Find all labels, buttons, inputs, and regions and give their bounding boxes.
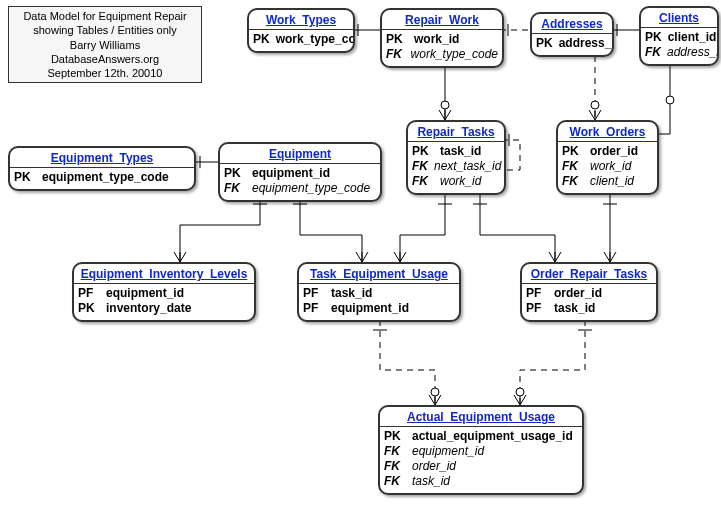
- caption-line: September 12th. 20010: [15, 66, 195, 80]
- caption-line: showing Tables / Entities only: [15, 23, 195, 37]
- col-name: work_type_code: [411, 47, 498, 62]
- col-key: PF: [303, 286, 325, 301]
- col-name: equipment_id: [252, 166, 330, 181]
- col-key: PF: [303, 301, 325, 316]
- col-name: task_id: [554, 301, 595, 316]
- entity-columns: PKclient_id FKaddress_id: [641, 28, 717, 64]
- col-name: next_task_id: [434, 159, 501, 174]
- entity-title: Repair_Work: [382, 10, 502, 30]
- col-key: PK: [386, 32, 408, 47]
- col-name: order_id: [590, 144, 638, 159]
- entity-columns: PKaddress_id: [532, 34, 612, 55]
- entity-columns: PForder_id PFtask_id: [522, 284, 656, 320]
- col-name: equipment_id: [106, 286, 184, 301]
- col-key: PK: [645, 30, 662, 45]
- col-name: equipment_id: [331, 301, 409, 316]
- col-key: PF: [526, 286, 548, 301]
- col-key: FK: [562, 174, 584, 189]
- col-key: FK: [384, 459, 406, 474]
- diagram-caption: Data Model for Equipment Repair showing …: [8, 6, 202, 83]
- col-name: order_id: [412, 459, 456, 474]
- entity-title: Work_Orders: [558, 122, 657, 142]
- col-name: work_id: [414, 32, 459, 47]
- caption-line: Data Model for Equipment Repair: [15, 9, 195, 23]
- col-name: equipment_type_code: [252, 181, 370, 196]
- entity-title: Work_Types: [249, 10, 353, 30]
- entity-task-equipment-usage: Task_Equipment_Usage PFtask_id PFequipme…: [297, 262, 461, 322]
- entity-columns: PFequipment_id PKinventory_date: [74, 284, 254, 320]
- col-name: address_id: [667, 45, 719, 60]
- col-key: FK: [562, 159, 584, 174]
- entity-title: Equipment_Types: [10, 148, 194, 168]
- entity-columns: PKtask_id FKnext_task_id FKwork_id: [408, 142, 504, 193]
- col-key: FK: [224, 181, 246, 196]
- col-name: task_id: [331, 286, 372, 301]
- col-key: PK: [562, 144, 584, 159]
- col-key: FK: [384, 444, 406, 459]
- col-name: equipment_id: [412, 444, 484, 459]
- col-key: PK: [14, 170, 36, 185]
- entity-title: Order_Repair_Tasks: [522, 264, 656, 284]
- entity-title: Equipment_Inventory_Levels: [74, 264, 254, 284]
- caption-line: Barry Williams: [15, 38, 195, 52]
- col-key: PK: [253, 32, 270, 47]
- col-key: PK: [224, 166, 246, 181]
- entity-title: Clients: [641, 8, 717, 28]
- col-key: PF: [526, 301, 548, 316]
- entity-title: Actual_Equipment_Usage: [380, 407, 582, 427]
- entity-columns: PFtask_id PFequipment_id: [299, 284, 459, 320]
- col-name: actual_equipment_usage_id: [412, 429, 573, 444]
- entity-title: Task_Equipment_Usage: [299, 264, 459, 284]
- entity-repair-work: Repair_Work PKwork_id FKwork_type_code: [380, 8, 504, 68]
- entity-addresses: Addresses PKaddress_id: [530, 12, 614, 57]
- col-key: PF: [78, 286, 100, 301]
- entity-actual-equipment-usage: Actual_Equipment_Usage PKactual_equipmen…: [378, 405, 584, 495]
- col-name: task_id: [440, 144, 481, 159]
- entity-equipment-types: Equipment_Types PKequipment_type_code: [8, 146, 196, 191]
- col-key: FK: [412, 174, 434, 189]
- entity-repair-tasks: Repair_Tasks PKtask_id FKnext_task_id FK…: [406, 120, 506, 195]
- entity-order-repair-tasks: Order_Repair_Tasks PForder_id PFtask_id: [520, 262, 658, 322]
- entity-columns: PKequipment_id FKequipment_type_code: [220, 164, 380, 200]
- col-key: FK: [384, 474, 406, 489]
- col-name: task_id: [412, 474, 450, 489]
- col-name: work_id: [590, 159, 631, 174]
- entity-title: Addresses: [532, 14, 612, 34]
- col-name: client_id: [668, 30, 717, 45]
- col-name: equipment_type_code: [42, 170, 169, 185]
- entity-columns: PKorder_id FKwork_id FKclient_id: [558, 142, 657, 193]
- entity-equipment: Equipment PKequipment_id FKequipment_typ…: [218, 142, 382, 202]
- col-name: work_type_code: [276, 32, 355, 47]
- col-name: order_id: [554, 286, 602, 301]
- col-key: FK: [645, 45, 661, 60]
- caption-line: DatabaseAnswers.org: [15, 52, 195, 66]
- entity-clients: Clients PKclient_id FKaddress_id: [639, 6, 719, 66]
- col-key: PK: [536, 36, 553, 51]
- entity-work-orders: Work_Orders PKorder_id FKwork_id FKclien…: [556, 120, 659, 195]
- entity-columns: PKwork_id FKwork_type_code: [382, 30, 502, 66]
- entity-title: Equipment: [220, 144, 380, 164]
- entity-columns: PKequipment_type_code: [10, 168, 194, 189]
- col-key: PK: [78, 301, 100, 316]
- col-key: PK: [384, 429, 406, 444]
- entity-work-types: Work_Types PKwork_type_code: [247, 8, 355, 53]
- col-name: inventory_date: [106, 301, 191, 316]
- entity-columns: PKactual_equipment_usage_id FKequipment_…: [380, 427, 582, 493]
- entity-title: Repair_Tasks: [408, 122, 504, 142]
- col-name: client_id: [590, 174, 634, 189]
- col-key: PK: [412, 144, 434, 159]
- col-key: FK: [386, 47, 405, 62]
- entity-equipment-inventory-levels: Equipment_Inventory_Levels PFequipment_i…: [72, 262, 256, 322]
- entity-columns: PKwork_type_code: [249, 30, 353, 51]
- col-name: work_id: [440, 174, 481, 189]
- col-name: address_id: [559, 36, 614, 51]
- col-key: FK: [412, 159, 428, 174]
